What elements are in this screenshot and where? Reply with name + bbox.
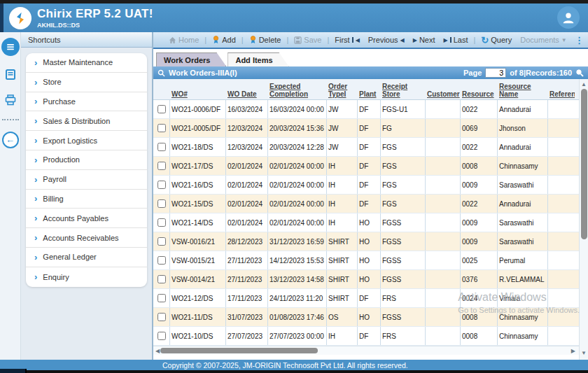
query-button[interactable]: ↻Query [481, 36, 512, 45]
chevron-right-icon: › [34, 233, 37, 242]
row-checkbox-cell [153, 100, 170, 118]
cell: DF [358, 195, 381, 213]
chevron-right-icon: › [34, 253, 37, 262]
table-row[interactable]: VSW-0016/2128/12/202331/12/2023 16:59SHI… [153, 232, 579, 251]
cell: HO [358, 213, 381, 232]
cell: 0022 [461, 138, 498, 156]
cell: 0024 [461, 289, 498, 307]
cell: 16/03/2024 [226, 100, 268, 118]
vertical-scrollbar[interactable]: ▲ ▼ [579, 79, 588, 360]
select-all-column-header [153, 98, 170, 99]
row-checkbox[interactable] [158, 181, 166, 189]
table-row[interactable]: WO21-16/DS02/01/202402/01/2024 00:00IHDF… [153, 176, 579, 195]
printer-icon[interactable] [4, 94, 17, 106]
sidebar-item-billing[interactable]: ›Billing [26, 190, 147, 209]
add-button[interactable]: Add [212, 36, 236, 44]
user-avatar[interactable] [557, 6, 580, 29]
sidebar-item-payroll[interactable]: ›Payroll [26, 170, 147, 190]
column-header[interactable]: Referen [548, 90, 575, 99]
cell [548, 232, 575, 251]
table-row[interactable]: WO21-12/DS17/11/202324/11/2023 11:20SHIR… [153, 289, 579, 308]
sidebar-item-master-maintenance[interactable]: ›Master Maintenance [26, 53, 147, 73]
table-row[interactable]: WO21-11/DS31/07/202301/08/2023 17:46OSHO… [153, 308, 579, 327]
table-row[interactable]: VSW-0015/2127/11/202314/12/2023 15:53SHI… [153, 251, 579, 270]
row-checkbox[interactable] [158, 162, 166, 170]
sidebar-item-accounts-payables[interactable]: ›Accounts Payables [26, 209, 147, 228]
column-header[interactable]: Receipt Store [381, 83, 426, 99]
chevron-right-icon: › [34, 155, 37, 164]
scroll-right-icon[interactable]: ▶ [569, 348, 578, 354]
row-checkbox[interactable] [158, 218, 166, 227]
cell: FRS [381, 289, 426, 307]
table-row[interactable]: VSW-0014/2127/11/202313/12/2023 14:58SHI… [153, 270, 579, 289]
cell: FGSS [381, 251, 426, 269]
cell [426, 157, 461, 175]
grid-titlebar: Work Orders-IIIA(I) Page of 8|Records:16… [153, 66, 588, 79]
collapse-back-icon[interactable]: ← [2, 132, 19, 148]
column-header[interactable]: Order TypeI [327, 83, 358, 99]
cell: 13/12/2023 14:58 [268, 270, 327, 288]
hscroll-thumb[interactable] [160, 348, 318, 353]
sidebar-item-general-ledger[interactable]: ›General Ledger [26, 248, 147, 267]
sidebar-item-enquiry[interactable]: ›Enquiry [26, 267, 147, 287]
scroll-up-icon[interactable]: ▲ [581, 79, 587, 90]
tab-add-items[interactable]: Add Items [227, 52, 288, 66]
next-page-button[interactable]: ▶Next [413, 36, 435, 44]
row-checkbox[interactable] [158, 124, 166, 132]
table-row[interactable]: WO21-15/DS02/01/202402/01/2024 00:00IHDF… [153, 195, 579, 213]
row-checkbox[interactable] [158, 105, 166, 113]
add-icon [212, 36, 220, 44]
row-checkbox[interactable] [158, 143, 166, 151]
grid-area: WO#WO DateExpected CompletionOrder TypeI… [153, 79, 588, 360]
row-checkbox[interactable] [158, 275, 166, 283]
scroll-down-icon[interactable]: ▼ [581, 348, 587, 358]
menu-toggle-icon[interactable] [1, 38, 20, 56]
column-header[interactable]: Resource [461, 90, 498, 99]
row-checkbox[interactable] [158, 199, 166, 208]
table-row[interactable]: WO21-14/DS02/01/202402/01/2024 00:00IHHO… [153, 213, 579, 232]
cell [426, 251, 461, 269]
previous-page-button[interactable]: Previous◀ [368, 36, 405, 44]
chevron-right-icon: › [34, 272, 37, 281]
report-scroll-icon[interactable] [4, 69, 17, 81]
sidebar-item-production[interactable]: ›Production [26, 150, 147, 170]
horizontal-scrollbar[interactable]: ◀ ▶ [153, 346, 579, 355]
app-title: Chirix ERP 5.2 UAT! [37, 7, 153, 21]
sidebar-item-sales-distribution[interactable]: ›Sales & Distribution [26, 111, 147, 131]
more-options-icon[interactable]: ⋮ [575, 35, 584, 45]
first-page-button[interactable]: First◀ [335, 36, 360, 44]
table-row[interactable]: WO21-17/DS02/01/202402/01/2024 00:00IHDF… [153, 157, 579, 176]
row-checkbox-cell [153, 270, 170, 288]
save-icon [294, 36, 302, 44]
row-checkbox[interactable] [158, 294, 166, 302]
column-header[interactable]: WO# [170, 90, 226, 99]
cell: IH [327, 195, 358, 213]
table-row[interactable]: WO21-0006/DF16/03/202416/03/2024 00:00JW… [153, 100, 579, 119]
table-row[interactable]: WO21-0005/DF12/03/202420/03/2024 15:36JW… [153, 119, 579, 138]
copyright-text: Copyright © 2007-2025, JM-ORIGIN Technos… [162, 361, 408, 370]
cell [426, 176, 461, 194]
vscroll-thumb[interactable] [581, 89, 587, 239]
grid-search-icon[interactable] [575, 69, 584, 77]
column-header[interactable]: Customer [426, 90, 461, 99]
sidebar-item-export-logistics[interactable]: ›Export Logistics [26, 131, 147, 150]
tab-work-orders[interactable]: Work Orders [156, 52, 226, 66]
row-checkbox[interactable] [158, 256, 166, 265]
sidebar-item-store[interactable]: ›Store [26, 73, 147, 92]
column-header[interactable]: WO Date [226, 90, 268, 99]
page-number-input[interactable] [485, 68, 506, 78]
column-header[interactable]: Expected Completion [268, 83, 327, 99]
delete-button[interactable]: Delete [249, 36, 281, 44]
row-checkbox[interactable] [158, 313, 166, 321]
column-header[interactable]: Resource Name [498, 83, 548, 99]
cell: 0069 [461, 119, 498, 137]
column-header[interactable]: Plant [358, 90, 381, 99]
sidebar-item-accounts-receivables[interactable]: ›Accounts Receivables [26, 228, 147, 248]
row-checkbox[interactable] [158, 332, 166, 340]
table-row[interactable]: WO21-18/DS12/03/202420/03/2024 12:28JWDF… [153, 138, 579, 157]
cell: 12/03/2024 [226, 138, 268, 156]
table-row[interactable]: WO21-10/DS27/07/202327/07/2023 00:00IHDF… [153, 327, 579, 346]
sidebar-item-purchase[interactable]: ›Purchase [26, 92, 147, 112]
last-page-button[interactable]: ▶Last [444, 36, 468, 44]
row-checkbox[interactable] [158, 237, 166, 246]
